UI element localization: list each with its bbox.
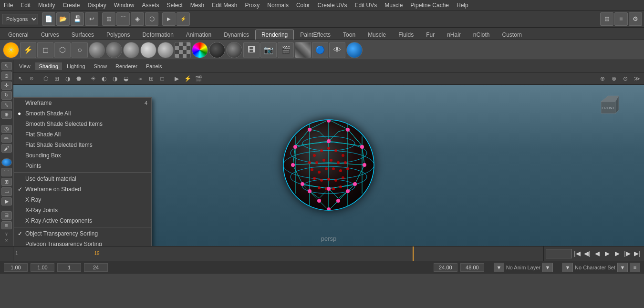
menu-modify[interactable]: Modify xyxy=(34,1,59,10)
shelf-icon-preview[interactable]: 👁 xyxy=(329,42,345,58)
new-scene-btn[interactable]: 📄 xyxy=(42,12,55,26)
orientation-gizmo[interactable]: FRONT xyxy=(594,92,620,118)
shelf-icon-sphere[interactable] xyxy=(89,42,105,58)
current-frame-input[interactable]: 19.00 xyxy=(546,249,572,258)
vi-light2[interactable]: ◐ xyxy=(99,73,109,84)
menu-item-x-ray-joints[interactable]: X-Ray Joints xyxy=(14,205,151,216)
menu-window[interactable]: Window xyxy=(110,1,138,10)
menu-create[interactable]: Create xyxy=(59,1,83,10)
vi-light1[interactable]: ☀ xyxy=(88,73,98,84)
shelf-icon-sphere4[interactable] xyxy=(140,42,156,58)
shelf-icon-render[interactable]: 🎬 xyxy=(278,42,294,58)
shelf-tab-nhair[interactable]: nHair xyxy=(441,30,467,40)
shelf-icon-volume[interactable]: ⬡ xyxy=(54,42,71,58)
shelf-tab-surfaces[interactable]: Surfaces xyxy=(65,30,100,40)
menu-mesh[interactable]: Mesh xyxy=(187,1,208,10)
shelf-icon-sphere6[interactable] xyxy=(226,42,242,58)
mode-selector[interactable]: Polygons xyxy=(2,14,38,24)
menu-item-x-ray[interactable]: X-Ray xyxy=(14,195,151,205)
menu-edit[interactable]: Edit xyxy=(17,1,34,10)
quad-icon[interactable]: ⊟ xyxy=(1,211,12,219)
viewport-tab-view[interactable]: View xyxy=(15,62,34,70)
shelf-tab-curves[interactable]: Curves xyxy=(35,30,65,40)
snap-grid-btn[interactable]: ⊞ xyxy=(102,12,115,26)
menu-item-polygon-transparency-sorting[interactable]: Polygon Transparency Sorting xyxy=(14,239,151,246)
shelf-tab-deformation[interactable]: Deformation xyxy=(136,30,179,40)
shelf-icon-material[interactable]: 🔵 xyxy=(312,42,328,58)
char-set-icon[interactable]: ≡ xyxy=(630,263,640,272)
menu-item-wireframe[interactable]: Wireframe4 xyxy=(14,98,151,108)
viewport-tab-renderer[interactable]: Renderer xyxy=(112,62,141,70)
menu-color[interactable]: Color xyxy=(292,1,314,10)
menu-item-smooth-shade-selected-items[interactable]: Smooth Shade Selected Items xyxy=(14,119,151,129)
char-set-add-btn[interactable]: ▼ xyxy=(617,263,628,272)
shelf-icon-camera[interactable]: 📷 xyxy=(260,42,277,58)
vi-grid[interactable]: ⊞ xyxy=(146,73,156,84)
shelf-tab-toon[interactable]: Toon xyxy=(337,30,362,40)
menu-create-uvs[interactable]: Create UVs xyxy=(314,1,351,10)
save-btn[interactable]: 💾 xyxy=(71,12,84,26)
menu-item-smooth-shade-all[interactable]: ●Smooth Shade All xyxy=(14,108,151,119)
undo-btn[interactable]: ↩ xyxy=(85,12,98,26)
menu-item-points[interactable]: Points xyxy=(14,161,151,171)
channel-box-btn[interactable]: ≡ xyxy=(614,12,628,26)
viewport-canvas[interactable]: Wireframe4●Smooth Shade AllSmooth Shade … xyxy=(13,85,644,246)
menu-item-wireframe-on-shaded[interactable]: ✓Wireframe on Shaded xyxy=(14,184,151,195)
shelf-tab-painteffects[interactable]: PaintEffects xyxy=(294,30,337,40)
shelf-icon-dark-sphere[interactable] xyxy=(209,42,225,58)
snap-curve-btn[interactable]: ⌒ xyxy=(116,12,130,26)
vi-panel[interactable]: ≫ xyxy=(632,73,642,84)
next-frame-btn[interactable]: ▶ xyxy=(613,249,622,258)
shelf-tab-fur[interactable]: Fur xyxy=(420,30,441,40)
viewport-tab-shading[interactable]: Shading xyxy=(35,62,62,70)
shelf-icon-wave[interactable] xyxy=(346,42,363,58)
menu-edit-uvs[interactable]: Edit UVs xyxy=(351,1,381,10)
vi-snap3[interactable]: ⊙ xyxy=(620,73,631,84)
menu-normals[interactable]: Normals xyxy=(263,1,292,10)
vi-light4[interactable]: ◒ xyxy=(121,73,131,84)
open-btn[interactable]: 📂 xyxy=(56,12,70,26)
layout-btn[interactable]: ⊟ xyxy=(600,12,613,26)
menu-proxy[interactable]: Proxy xyxy=(241,1,264,10)
anim-layer-btn[interactable]: ▼ xyxy=(494,263,504,272)
vi-box[interactable]: ⬡ xyxy=(41,73,51,84)
shelf-tab-rendering[interactable]: Rendering xyxy=(255,30,294,40)
char-set-btn[interactable]: ▼ xyxy=(562,263,573,272)
shelf-icon-spot[interactable]: ⚡ xyxy=(20,42,36,58)
scale-tool[interactable]: ⤡ xyxy=(1,101,12,109)
menu-item-object-transparency-sorting[interactable]: ✓Object Transparency Sorting xyxy=(14,228,151,239)
viewport-tab-lighting[interactable]: Lighting xyxy=(63,62,89,70)
menu-edit-mesh[interactable]: Edit Mesh xyxy=(208,1,241,10)
snap-point-btn[interactable]: ◈ xyxy=(131,12,144,26)
attr-editor-btn[interactable]: ⚙ xyxy=(629,12,642,26)
soft-select[interactable]: ◎ xyxy=(1,125,12,133)
shelf-icon-texture[interactable] xyxy=(295,42,311,58)
menu-item-bounding-box[interactable]: Bounding Box xyxy=(14,150,151,161)
vi-resolution[interactable]: □ xyxy=(157,73,167,84)
shelf-tab-dynamics[interactable]: Dynamics xyxy=(218,30,255,40)
shelf-icon-checker[interactable] xyxy=(175,42,191,58)
next-key-btn[interactable]: |▶ xyxy=(623,249,632,258)
snap-surface-btn[interactable]: ⬡ xyxy=(145,12,158,26)
vi-fog[interactable]: ≈ xyxy=(135,73,145,84)
curve-tool[interactable]: ⌒ xyxy=(1,168,12,176)
menu-pipeline-cache[interactable]: Pipeline Cache xyxy=(406,1,453,10)
vi-snap1[interactable]: ⊕ xyxy=(597,73,608,84)
shelf-icon-sphere3[interactable] xyxy=(123,42,139,58)
menu-muscle[interactable]: Muscle xyxy=(381,1,406,10)
shelf-tab-animation[interactable]: Animation xyxy=(180,30,218,40)
menu-help[interactable]: Help xyxy=(453,1,472,10)
play-btn[interactable]: ▶ xyxy=(602,249,612,258)
vi-snap2[interactable]: ⊗ xyxy=(609,73,619,84)
shelf-tab-custom[interactable]: Custom xyxy=(496,30,528,40)
prev-key-btn[interactable]: ◀| xyxy=(582,249,592,258)
shelf-icon-area[interactable]: ◻ xyxy=(37,42,53,58)
shelf-icon-sphere2[interactable] xyxy=(106,42,122,58)
goto-start-btn[interactable]: |◀ xyxy=(572,249,582,258)
goto-end-btn[interactable]: ▶| xyxy=(633,249,642,258)
lasso-tool[interactable]: ⊙ xyxy=(1,72,12,80)
rotate-tool[interactable]: ↻ xyxy=(1,91,12,99)
menu-select[interactable]: Select xyxy=(163,1,186,10)
vi-camera[interactable]: ⊙ xyxy=(26,73,37,84)
render-icon[interactable]: ▶ xyxy=(1,197,12,205)
